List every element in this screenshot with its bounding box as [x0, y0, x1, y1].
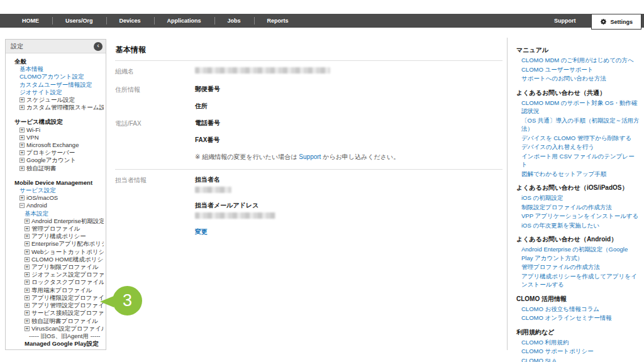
expand-node-icon[interactable]: +: [25, 295, 30, 300]
sidebar-item[interactable]: +Wi-Fi: [6, 126, 104, 134]
expand-node-icon[interactable]: +: [25, 250, 30, 255]
expand-node-icon[interactable]: +: [25, 326, 30, 331]
help-link[interactable]: CLOMO サポートポリシー: [516, 347, 640, 356]
sidebar-item[interactable]: +アプリ管理設定プロファイル: [6, 302, 104, 309]
sidebar-item[interactable]: +スケジュール設定: [6, 96, 104, 104]
expand-node-icon[interactable]: +: [25, 234, 30, 239]
phone-fax-label: 電話/FAX: [115, 119, 195, 162]
sidebar-item-label: Android: [26, 202, 47, 209]
expand-node-icon[interactable]: +: [25, 241, 30, 246]
expand-node-icon[interactable]: +: [25, 280, 30, 285]
sidebar-item[interactable]: +アプリ制限プロファイル: [6, 263, 104, 271]
nav-item-home[interactable]: HOME: [9, 14, 52, 28]
sidebar-item[interactable]: +管理プロファイル: [6, 225, 104, 233]
sidebar-item[interactable]: +ジオフェンス設定プロファイル: [6, 271, 104, 278]
help-link[interactable]: iOS の初期設定: [516, 194, 640, 202]
sidebar-item[interactable]: +Microsoft Exchange: [6, 141, 104, 149]
expand-node-icon[interactable]: +: [19, 195, 25, 200]
sidebar-item[interactable]: 基本設定: [6, 210, 104, 217]
expand-node-icon[interactable]: +: [25, 219, 30, 224]
help-link[interactable]: デバイスを CLOMO 管理下から削除する: [516, 134, 640, 143]
sidebar-item-label: Enterpriseアプリ配布ポリシー: [31, 240, 104, 247]
sidebar-item[interactable]: +VPN: [6, 134, 104, 141]
expand-node-icon[interactable]: +: [19, 128, 25, 133]
help-link[interactable]: CLOMO MDM のサポート対象 OS・動作確認状況: [516, 99, 640, 116]
expand-node-icon[interactable]: +: [19, 166, 25, 171]
nav-item-users-org[interactable]: Users/Org: [52, 14, 106, 28]
expand-node-icon[interactable]: +: [25, 265, 30, 270]
sidebar-item[interactable]: +サービス接続設定プロファイル: [6, 309, 104, 317]
sidebar-item-label: サービス構成設定: [14, 118, 63, 125]
help-link[interactable]: アプリ構成ポリシーを作成してアプリをインストールする: [516, 272, 640, 289]
help-link[interactable]: CLOMO お役立ち情報コラム: [516, 305, 640, 314]
expand-node-icon[interactable]: +: [19, 97, 25, 102]
sidebar-item[interactable]: +専用端末プロファイル: [6, 287, 104, 294]
collapse-node-icon[interactable]: −: [19, 203, 25, 208]
support-link[interactable]: Support: [538, 14, 592, 28]
help-link[interactable]: サポートへのお問い合わせ方法: [516, 74, 640, 83]
change-link[interactable]: 変更: [195, 228, 275, 236]
fax-number-label: FAX番号: [195, 136, 399, 145]
sidebar-item[interactable]: +iOS/macOS: [6, 194, 104, 202]
sidebar-item[interactable]: −Android: [6, 202, 104, 209]
sidebar-item[interactable]: +独自証明書: [6, 165, 104, 172]
expand-node-icon[interactable]: +: [19, 150, 25, 155]
sidebar-item[interactable]: +VirusScan設定プロファイル: [6, 325, 104, 332]
sidebar-item[interactable]: +カスタム管理権限スキーム設定: [6, 104, 104, 111]
help-link[interactable]: iOS の年次更新を実施したい: [516, 221, 640, 230]
help-link[interactable]: 〔OS 共通〕導入の手順（初期設定～活用方法）: [516, 116, 640, 133]
help-link[interactable]: デバイスの入れ替えを行う: [516, 143, 640, 151]
sidebar-item[interactable]: サービス設定: [6, 187, 104, 194]
expand-node-icon[interactable]: +: [25, 272, 30, 277]
expand-node-icon[interactable]: +: [19, 143, 25, 148]
help-link[interactable]: CLOMO SLA: [516, 356, 640, 362]
sidebar-header: 設定 ‹: [6, 40, 106, 53]
help-link[interactable]: 制限設定プロファイルの作成方法: [516, 203, 640, 212]
contact-name-value-redacted: [195, 187, 231, 193]
sidebar-item[interactable]: +プロキシサーバー: [6, 149, 104, 156]
sidebar-item: 全般: [6, 58, 104, 65]
expand-node-icon[interactable]: +: [19, 158, 25, 163]
settings-tab[interactable]: Settings: [591, 14, 641, 30]
sidebar-item-label: CLOMO HOME構成ポリシー: [31, 256, 104, 263]
expand-node-icon[interactable]: +: [19, 105, 25, 110]
sidebar-item-label: Wi-Fi: [26, 126, 40, 133]
help-link[interactable]: CLOMO オンラインセミナー情報: [516, 314, 640, 322]
sidebar-item[interactable]: +ロックタスクプロファイル: [6, 278, 104, 286]
sidebar-item[interactable]: +Googleアカウント: [6, 156, 104, 164]
org-name-value-redacted: [195, 67, 330, 74]
sidebar-item[interactable]: +独自証明書プロファイル: [6, 317, 104, 325]
expand-node-icon[interactable]: +: [19, 135, 25, 140]
nav-item-applications[interactable]: Applications: [154, 14, 214, 28]
nav-item-jobs[interactable]: Jobs: [214, 14, 254, 28]
expand-node-icon[interactable]: +: [25, 310, 30, 315]
help-link[interactable]: 管理プロファイルの作成方法: [516, 263, 640, 272]
sidebar-item[interactable]: カスタムユーザー情報設定: [6, 81, 104, 89]
expand-node-icon[interactable]: +: [25, 257, 30, 262]
help-link[interactable]: インポート用 CSV ファイルのテンプレート: [516, 152, 640, 169]
expand-node-icon[interactable]: +: [25, 303, 30, 308]
sidebar-item[interactable]: +Android Enterprise初期設定...: [6, 217, 104, 225]
sidebar-item[interactable]: +Enterpriseアプリ配布ポリシー: [6, 240, 104, 248]
sidebar-item[interactable]: +Webショートカットポリシー: [6, 248, 104, 256]
nav-item-reports[interactable]: Reports: [254, 14, 302, 28]
expand-node-icon[interactable]: +: [25, 226, 30, 231]
sidebar-item[interactable]: CLOMOアカウント設定: [6, 73, 104, 80]
help-link[interactable]: Android Enterprise の初期設定（Google Play アカウ…: [516, 245, 640, 262]
expand-node-icon[interactable]: +: [25, 319, 30, 324]
sidebar-item-label: ロックタスクプロファイル: [31, 278, 104, 285]
sidebar-item[interactable]: +CLOMO HOME構成ポリシー: [6, 256, 104, 263]
help-link[interactable]: CLOMO MDM のご利用がはじめての方へ: [516, 56, 640, 65]
expand-node-icon[interactable]: +: [25, 288, 30, 293]
sidebar-item[interactable]: ジオサイト設定: [6, 89, 104, 96]
help-link[interactable]: CLOMO 利用規約: [516, 338, 640, 347]
sidebar-item[interactable]: +アプリ構成ポリシー: [6, 233, 104, 240]
nav-item-devices[interactable]: Devices: [106, 14, 154, 28]
help-link[interactable]: CLOMO ユーザーサポート: [516, 65, 640, 74]
support-inline-link[interactable]: Support: [299, 153, 321, 160]
sidebar-collapse-button[interactable]: ‹: [94, 42, 103, 51]
sidebar-item[interactable]: 基本情報: [6, 65, 104, 73]
sidebar-item[interactable]: +アプリ権限設定プロファイル: [6, 294, 104, 302]
help-link[interactable]: VPP アプリケーションをインストールする: [516, 212, 640, 221]
help-link[interactable]: 図解でわかるセットアップ手順: [516, 170, 640, 178]
